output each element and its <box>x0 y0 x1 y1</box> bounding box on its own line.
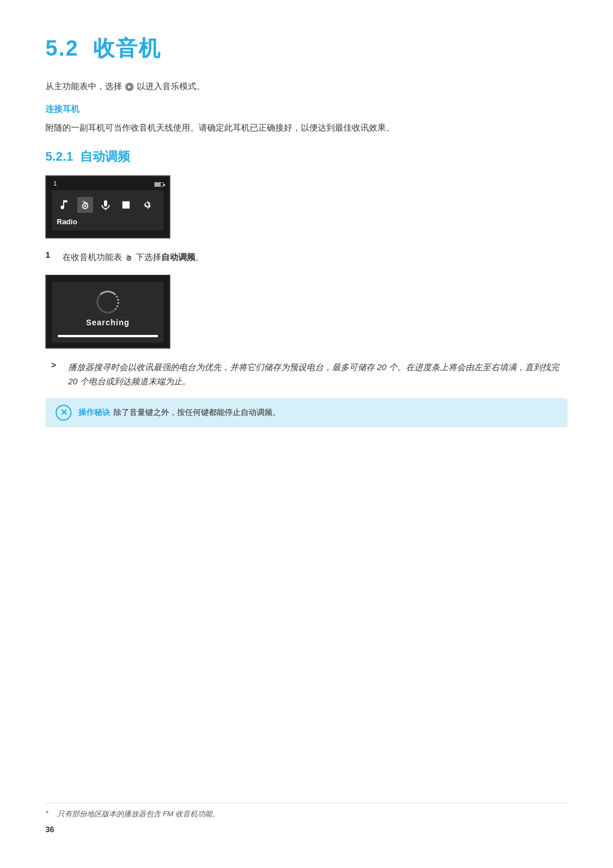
device-music-icon <box>57 197 73 213</box>
svg-rect-5 <box>123 202 130 209</box>
screen-step-indicator: 1 <box>53 180 57 187</box>
tip-icon-symbol: ✕ <box>60 407 68 418</box>
footer-note-star: * <box>45 809 48 819</box>
step-1-text: 在收音机功能表 下选择自动调频。 <box>62 250 204 265</box>
svg-point-7 <box>128 258 130 259</box>
tip-box: ✕ 操作秘诀 除了音量键之外，按任何键都能停止自动调频。 <box>45 398 568 427</box>
device-top-bar <box>52 182 163 187</box>
bullet-symbol: > <box>51 360 60 370</box>
device-battery-icon <box>154 182 163 187</box>
step-1-number: 1 <box>45 250 54 259</box>
connect-headphone-text: 附随的一副耳机可当作收音机天线使用。请确定此耳机已正确接好，以便达到最佳收讯效果… <box>45 120 568 135</box>
searching-progress-bar <box>58 335 158 337</box>
device-record-icon <box>98 197 114 213</box>
page-footer: * 只有部份地区版本的播放器包含 FM 收音机功能。 36 <box>45 803 568 834</box>
tip-text-row: 操作秘诀 除了音量键之外，按任何键都能停止自动调频。 <box>78 406 280 418</box>
device-menu-label: Radio <box>56 217 160 226</box>
intro-text: 从主功能表中，选择 以进入音乐模式。 <box>45 79 568 94</box>
svg-rect-3 <box>104 200 107 207</box>
searching-spinner-icon <box>96 291 119 313</box>
bullet-note-row: > 播放器搜寻时会以收讯最强的电台为优先，并将它们储存为预设电台，最多可储存 2… <box>45 360 568 389</box>
tip-icon: ✕ <box>56 405 72 421</box>
device-screen-radio: 1 <box>45 175 170 238</box>
device-screen-inner: Radio <box>52 190 163 230</box>
subsection-title: 5.2.1 自动调频 <box>45 148 568 165</box>
tip-label: 操作秘诀 <box>78 408 110 418</box>
page-title: 5.2 收音机 <box>45 34 568 63</box>
page-number: 36 <box>45 825 568 834</box>
searching-text: Searching <box>86 318 130 327</box>
footer-note: * 只有部份地区版本的播放器包含 FM 收音机功能。 <box>45 809 568 819</box>
connect-headphone-label: 连接耳机 <box>45 104 568 115</box>
footer-divider <box>45 803 568 803</box>
svg-point-2 <box>84 205 86 207</box>
tip-content: 除了音量键之外，按任何键都能停止自动调频。 <box>114 406 280 418</box>
device-radio-icon <box>77 197 93 213</box>
device-stop-icon <box>118 197 134 213</box>
searching-screen-inner: Searching <box>52 282 163 343</box>
searching-screen: Searching <box>45 275 170 349</box>
step-1-row: 1 在收音机功能表 下选择自动调频。 <box>45 250 568 265</box>
footer-note-text: 只有部份地区版本的播放器包含 FM 收音机功能。 <box>57 809 220 819</box>
device-settings-icon <box>138 197 154 213</box>
device-icons-row <box>56 195 160 215</box>
bullet-text: 播放器搜寻时会以收讯最强的电台为优先，并将它们储存为预设电台，最多可储存 20 … <box>68 360 568 389</box>
